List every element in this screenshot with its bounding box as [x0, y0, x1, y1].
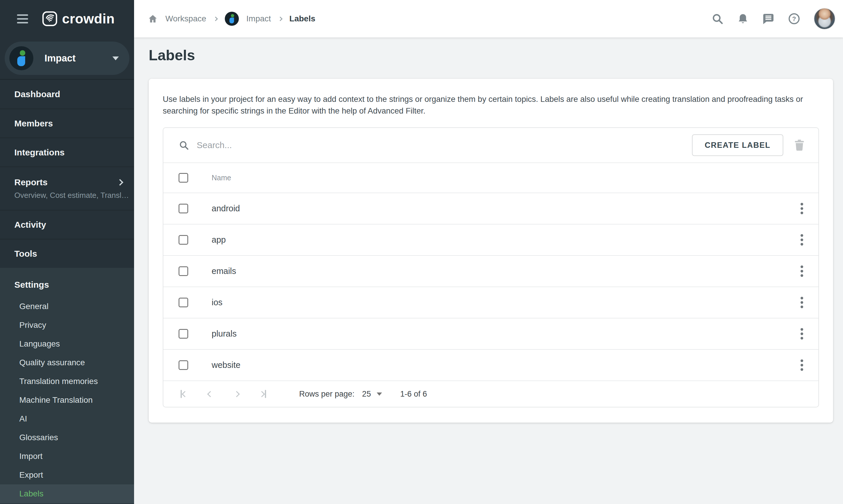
sidebar-item-quality-assurance[interactable]: Quality assurance [0, 353, 134, 372]
row-checkbox[interactable] [179, 298, 188, 307]
label-name: website [212, 360, 801, 370]
sidebar-item-labels[interactable]: Labels [0, 484, 134, 503]
row-checkbox[interactable] [179, 266, 188, 276]
row-menu-icon[interactable] [801, 359, 803, 371]
sidebar-settings-items: GeneralPrivacyLanguagesQuality assurance… [0, 297, 134, 503]
last-page-button[interactable] [256, 388, 269, 400]
row-checkbox[interactable] [179, 360, 188, 370]
hamburger-menu-icon[interactable] [17, 14, 28, 23]
labels-card: Use labels in your project for an easy w… [149, 79, 833, 422]
search-input[interactable] [196, 140, 692, 150]
row-checkbox[interactable] [179, 204, 188, 213]
row-menu-icon[interactable] [801, 266, 803, 277]
crowdin-logo[interactable]: crowdin [42, 11, 115, 26]
row-menu-icon[interactable] [801, 203, 803, 214]
rows-per-page-label: Rows per page: [299, 390, 355, 399]
sidebar-item-translation-memories[interactable]: Translation memories [0, 372, 134, 391]
table-row: android [163, 193, 819, 224]
breadcrumb-impact[interactable]: Impact [247, 14, 271, 23]
project-name: Impact [44, 53, 112, 64]
sidebar-item-dashboard[interactable]: Dashboard [0, 79, 134, 109]
messages-icon[interactable] [762, 13, 774, 25]
sidebar-item-label: Reports [14, 177, 134, 187]
search-icon[interactable] [711, 13, 723, 25]
sidebar-item-import[interactable]: Import [0, 447, 134, 466]
sidebar-item-privacy[interactable]: Privacy [0, 316, 134, 335]
breadcrumb: Workspace Impact Labels [148, 12, 315, 26]
project-avatar [10, 46, 33, 70]
app-root: crowdin Impact DashboardMembersIntegrati… [0, 0, 843, 504]
main-column: Workspace Impact Labels [134, 0, 843, 504]
sidebar: crowdin Impact DashboardMembersIntegrati… [0, 0, 134, 504]
labels-description: Use labels in your project for an easy w… [163, 93, 807, 117]
name-column-header: Name [212, 174, 231, 182]
rows-per-page-select[interactable]: 25 [362, 390, 382, 399]
sidebar-item-label: Members [14, 119, 134, 128]
label-name: app [212, 235, 801, 245]
prev-page-button[interactable] [204, 388, 217, 400]
chevron-right-icon [213, 16, 218, 21]
table-body: androidappemailsiospluralswebsite [163, 193, 819, 380]
sidebar-item-members[interactable]: Members [0, 109, 134, 138]
sidebar-item-export[interactable]: Export [0, 466, 134, 484]
table-row: emails [163, 255, 819, 287]
label-name: ios [212, 298, 801, 307]
rows-per-page-value: 25 [362, 390, 371, 399]
labels-toolbar: CREATE LABEL [163, 128, 819, 162]
first-page-button[interactable] [177, 388, 190, 400]
row-menu-icon[interactable] [801, 234, 803, 246]
chevron-right-icon [278, 16, 283, 21]
sidebar-item-label: Integrations [14, 147, 134, 158]
sidebar-item-integrations[interactable]: Integrations [0, 138, 134, 166]
search-icon [179, 140, 189, 150]
sidebar-item-tools[interactable]: Tools [0, 239, 134, 268]
sidebar-item-subtitle: Overview, Cost estimate, Transl… [14, 191, 134, 200]
row-menu-icon[interactable] [801, 297, 803, 308]
labels-table-panel: CREATE LABEL Name andro [163, 127, 819, 408]
main-content: Labels Use labels in your project for an… [134, 37, 843, 504]
select-all-checkbox[interactable] [179, 173, 188, 183]
sidebar-item-glossaries[interactable]: Glossaries [0, 428, 134, 447]
sidebar-nav: DashboardMembersIntegrationsReportsOverv… [0, 79, 134, 268]
trash-icon[interactable] [794, 139, 804, 151]
label-name: android [212, 204, 801, 213]
next-page-button[interactable] [230, 388, 243, 400]
table-row: plurals [163, 318, 819, 349]
notifications-bell-icon[interactable] [737, 13, 749, 24]
label-name: plurals [212, 329, 801, 339]
user-avatar[interactable] [814, 8, 836, 30]
caret-down-icon [377, 393, 382, 396]
caret-down-icon [112, 56, 119, 60]
project-selector[interactable]: Impact [5, 41, 129, 75]
sidebar-item-activity[interactable]: Activity [0, 210, 134, 239]
pagination-range: 1-6 of 6 [400, 390, 427, 399]
crowdin-logo-icon [42, 11, 57, 26]
sidebar-item-label: Activity [14, 220, 134, 230]
crowdin-wordmark: crowdin [62, 11, 115, 26]
sidebar-item-label: Tools [14, 249, 134, 259]
table-row: website [163, 349, 819, 380]
breadcrumb-workspace[interactable]: Workspace [165, 14, 207, 23]
sidebar-item-languages[interactable]: Languages [0, 335, 134, 353]
topbar-icons: ? [711, 8, 836, 30]
sidebar-item-machine-translation[interactable]: Machine Translation [0, 391, 134, 410]
sidebar-item-settings[interactable]: Settings [0, 272, 134, 297]
sidebar-item-label: Dashboard [14, 89, 134, 99]
row-checkbox[interactable] [179, 235, 188, 245]
home-icon[interactable] [148, 14, 158, 24]
row-checkbox[interactable] [179, 329, 188, 339]
page-title: Labels [149, 45, 843, 66]
sidebar-item-general[interactable]: General [0, 297, 134, 316]
topbar: Workspace Impact Labels [134, 0, 843, 37]
sidebar-item-ai[interactable]: AI [0, 410, 134, 428]
sidebar-item-reports[interactable]: ReportsOverview, Cost estimate, Transl… [0, 166, 134, 210]
breadcrumb-labels: Labels [289, 14, 316, 23]
pagination: Rows per page: 25 1-6 of 6 [163, 380, 819, 407]
create-label-button[interactable]: CREATE LABEL [692, 134, 784, 156]
sidebar-settings-section: Settings GeneralPrivacyLanguagesQuality … [0, 268, 134, 504]
row-menu-icon[interactable] [801, 328, 803, 340]
table-row: ios [163, 287, 819, 318]
help-icon[interactable]: ? [788, 13, 800, 25]
sidebar-header: crowdin [0, 0, 134, 37]
svg-text:?: ? [792, 15, 796, 22]
